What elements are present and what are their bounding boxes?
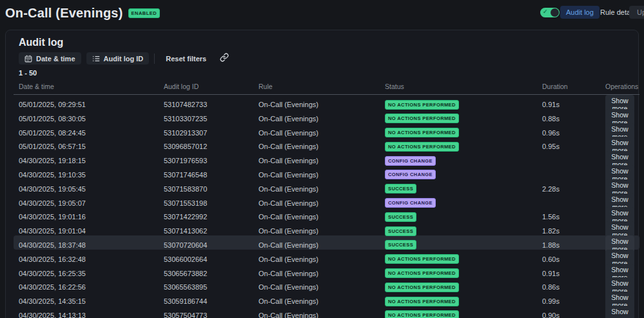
status-badge: NO ACTIONS PERFORMED: [385, 297, 459, 306]
cell-duration: 2.28s: [542, 185, 605, 193]
show-more-button[interactable]: Show more: [605, 306, 634, 318]
cell-rule: On-Call (Evenings): [259, 270, 385, 277]
copy-link-button[interactable]: [217, 53, 231, 65]
status-badge: SUCCESS: [385, 184, 416, 194]
status-badge: NO ACTIONS PERFORMED: [385, 254, 459, 264]
pagination-range: 1 - 50: [19, 69, 634, 77]
cell-audit-log-id: 53107482733: [164, 101, 259, 108]
cell-date-time: 04/30/2025, 19:01:04: [19, 227, 164, 235]
update-button[interactable]: Update: [629, 6, 644, 19]
cell-date-time: 04/30/2025, 14:13:13: [19, 312, 164, 318]
cell-duration: 0.91s: [542, 270, 605, 277]
cell-status: CONFIG CHANGE: [385, 198, 542, 208]
cell-status: SUCCESS: [385, 212, 542, 222]
table-row: 04/30/2025, 19:18:15 53071976593 On-Call…: [14, 151, 639, 165]
cell-rule: On-Call (Evenings): [259, 129, 385, 137]
table-row: 04/30/2025, 19:05:45 53071583870 On-Call…: [14, 179, 639, 194]
cell-rule: On-Call (Evenings): [259, 227, 385, 235]
panel-title: Audit log: [19, 36, 634, 48]
cell-status: NO ACTIONS PERFORMED: [385, 297, 542, 306]
filter-bar: Date & time Audit log ID Reset filters: [19, 52, 634, 65]
col-header-duration: Duration: [542, 83, 605, 90]
cell-status: NO ACTIONS PERFORMED: [385, 254, 542, 264]
reset-filters-button[interactable]: Reset filters: [160, 52, 212, 65]
cell-status: NO ACTIONS PERFORMED: [385, 283, 542, 292]
filter-date-time-button[interactable]: Date & time: [19, 52, 81, 65]
title-wrap: On-Call (Evenings) ENABLED: [5, 6, 160, 21]
cell-status: NO ACTIONS PERFORMED: [385, 268, 542, 278]
cell-status: CONFIG CHANGE: [385, 170, 542, 179]
cell-audit-log-id: 53071553198: [164, 199, 259, 207]
cell-date-time: 04/30/2025, 14:35:15: [19, 297, 164, 305]
cell-date-time: 05/01/2025, 09:29:51: [19, 101, 164, 108]
col-header-audit-log-id: Audit log ID: [164, 83, 259, 90]
table-row: 04/30/2025, 19:01:04 53071413062 On-Call…: [14, 221, 639, 235]
cell-audit-log-id: 53103307235: [164, 115, 259, 123]
cell-status: NO ACTIONS PERFORMED: [385, 114, 542, 123]
cell-rule: On-Call (Evenings): [259, 115, 385, 123]
cell-duration: 0.88s: [542, 115, 605, 123]
cell-audit-log-id: 53059186744: [164, 297, 259, 305]
cell-duration: 0.86s: [542, 283, 605, 291]
table-row: 05/01/2025, 08:30:05 53103307235 On-Call…: [14, 109, 639, 123]
cell-rule: On-Call (Evenings): [259, 241, 385, 249]
cell-duration: 0.90s: [542, 312, 605, 318]
rule-enabled-toggle[interactable]: ✓: [540, 8, 560, 17]
cell-status: NO ACTIONS PERFORMED: [385, 100, 542, 110]
cell-date-time: 05/01/2025, 08:30:05: [19, 115, 164, 123]
cell-audit-log-id: 53071413062: [164, 227, 259, 235]
table-row: 04/30/2025, 19:05:07 53071553198 On-Call…: [14, 194, 639, 208]
table-row: 04/30/2025, 19:10:35 53071746548 On-Call…: [14, 165, 639, 179]
cell-duration: 1.56s: [542, 213, 605, 221]
cell-duration: 0.99s: [542, 297, 605, 305]
cell-rule: On-Call (Evenings): [259, 185, 385, 193]
status-badge: NO ACTIONS PERFORMED: [385, 142, 459, 152]
cell-status: SUCCESS: [385, 184, 542, 194]
filter-divider: [154, 54, 155, 64]
cell-status: SUCCESS: [385, 226, 542, 236]
cell-audit-log-id: 53071422992: [164, 213, 259, 221]
cell-date-time: 04/30/2025, 19:05:07: [19, 199, 164, 207]
tab-audit-log[interactable]: Audit log: [560, 6, 600, 19]
filter-audit-log-id-button[interactable]: Audit log ID: [86, 52, 150, 65]
cell-rule: On-Call (Evenings): [259, 213, 385, 221]
cell-audit-log-id: 53066002664: [164, 255, 259, 263]
col-header-rule: Rule: [259, 83, 385, 90]
status-badge: CONFIG CHANGE: [385, 170, 436, 179]
cell-rule: On-Call (Evenings): [259, 101, 385, 108]
cell-audit-log-id: 53071976593: [164, 157, 259, 164]
cell-duration: 1.82s: [542, 227, 605, 235]
cell-date-time: 04/30/2025, 19:18:15: [19, 157, 164, 164]
status-badge: NO ACTIONS PERFORMED: [385, 128, 459, 137]
cell-duration: 0.95s: [542, 143, 605, 150]
cell-status: SUCCESS: [385, 240, 542, 250]
audit-log-panel: Audit log Date & time: [5, 30, 639, 318]
cell-date-time: 04/30/2025, 18:37:48: [19, 241, 164, 249]
table-row: 04/30/2025, 14:13:13 53057504773 On-Call…: [14, 306, 639, 318]
table-row: 05/01/2025, 06:57:15 53096857012 On-Call…: [14, 137, 639, 151]
cell-rule: On-Call (Evenings): [259, 143, 385, 150]
table-row: 05/01/2025, 08:24:45 53102913307 On-Call…: [14, 123, 639, 137]
cell-rule: On-Call (Evenings): [259, 283, 385, 291]
table-row: 04/30/2025, 16:25:35 53065673882 On-Call…: [14, 264, 639, 278]
status-badge: SUCCESS: [385, 240, 416, 250]
status-badge: NO ACTIONS PERFORMED: [385, 283, 459, 292]
cell-date-time: 04/30/2025, 19:05:45: [19, 185, 164, 193]
cell-audit-log-id: 53096857012: [164, 143, 259, 150]
cell-duration: 0.96s: [542, 129, 605, 137]
cell-status: NO ACTIONS PERFORMED: [385, 310, 542, 318]
cell-rule: On-Call (Evenings): [259, 157, 385, 164]
table-row: 04/30/2025, 19:01:16 53071422992 On-Call…: [14, 207, 639, 221]
cell-date-time: 04/30/2025, 16:25:35: [19, 270, 164, 277]
cell-date-time: 05/01/2025, 06:57:15: [19, 143, 164, 150]
cell-duration: 1.88s: [542, 241, 605, 249]
page-title: On-Call (Evenings): [5, 6, 123, 21]
table-row: 04/30/2025, 16:32:48 53066002664 On-Call…: [14, 250, 639, 264]
status-badge: CONFIG CHANGE: [385, 156, 436, 166]
cell-status: NO ACTIONS PERFORMED: [385, 128, 542, 137]
cell-audit-log-id: 53070720604: [164, 241, 259, 249]
table-body: 05/01/2025, 09:29:51 53107482733 On-Call…: [19, 95, 634, 318]
table-row: 04/30/2025, 14:35:15 53059186744 On-Call…: [14, 292, 639, 306]
cell-rule: On-Call (Evenings): [259, 312, 385, 318]
cell-status: CONFIG CHANGE: [385, 156, 542, 166]
